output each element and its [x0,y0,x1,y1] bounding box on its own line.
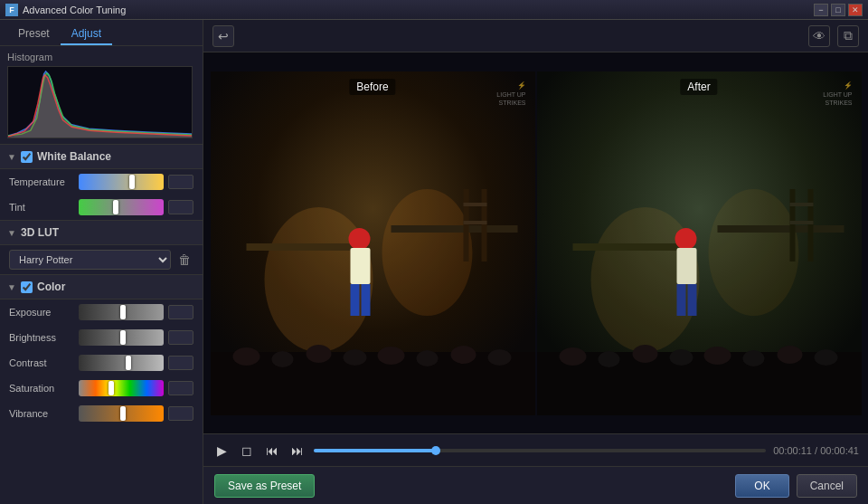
lut-header[interactable]: ▼ 3D LUT [0,220,203,245]
undo-button[interactable]: ↩ [212,25,234,47]
temperature-row: Temperature 54 [0,169,203,195]
timeline-fill [314,449,436,452]
close-button[interactable]: ✕ [848,4,863,16]
vibrance-slider[interactable] [79,405,164,422]
tint-slider[interactable] [79,199,164,215]
saturation-slider[interactable] [79,380,164,396]
white-balance-checkbox[interactable] [21,151,33,163]
saturation-value[interactable]: -15 [168,381,193,395]
chevron-down-icon: ▼ [7,152,16,161]
tint-row: Tint -19 [0,195,203,220]
svg-rect-39 [537,352,862,415]
timeline-track[interactable] [314,449,766,452]
color-header[interactable]: ▼ Color [0,274,203,300]
preview-images: Before [211,71,862,415]
histogram-section: Histogram [0,46,203,144]
before-label: Before [349,79,395,95]
lut-select[interactable]: Harry PotterNoneCinematicWarmCool [9,250,171,270]
svg-point-18 [232,347,259,366]
color-checkbox[interactable] [21,281,33,293]
save-preset-button[interactable]: Save as Preset [214,474,315,498]
white-balance-header[interactable]: ▼ White Balance [0,144,203,169]
right-panel: ↩ 👁 ⧉ Before [203,20,868,504]
svg-rect-34 [789,221,813,224]
svg-point-19 [271,351,293,367]
svg-point-24 [450,346,476,364]
histogram-label: Histogram [7,52,195,62]
next-button[interactable]: ⏭ [288,442,307,460]
tint-value[interactable]: -19 [168,200,193,214]
svg-point-47 [814,349,837,366]
window-controls: − □ ✕ [814,4,863,16]
temperature-slider[interactable] [79,174,164,190]
exposure-value[interactable]: 0 [168,305,193,319]
saturation-thumb[interactable] [108,381,114,395]
exposure-thumb[interactable] [120,305,126,319]
svg-rect-8 [391,225,517,233]
color-title: Color [37,281,65,293]
svg-rect-10 [481,189,486,262]
temperature-thumb[interactable] [129,175,135,189]
time-display: 00:00:11 / 00:00:41 [773,445,859,456]
bottom-bar: Save as Preset OK Cancel [203,466,868,504]
stop-button[interactable]: ◻ [238,442,256,460]
after-label: After [680,79,717,95]
histogram-canvas [7,66,193,138]
play-button[interactable]: ▶ [212,442,231,460]
left-panel: Preset Adjust Histogram [0,20,203,504]
brightness-row: Brightness 0 [0,325,203,350]
svg-rect-29 [572,243,681,251]
svg-point-21 [343,349,366,366]
tab-adjust[interactable]: Adjust [61,24,112,45]
svg-rect-30 [717,225,844,233]
svg-rect-14 [350,248,370,284]
tab-preset[interactable]: Preset [7,24,61,45]
maximize-button[interactable]: □ [831,4,845,16]
svg-point-25 [487,349,511,366]
main-layout: Preset Adjust Histogram [0,20,868,504]
prev-button[interactable]: ⏮ [263,442,281,460]
contrast-value[interactable]: 10 [168,356,193,370]
eye-button[interactable]: 👁 [808,25,830,47]
compare-button[interactable]: ⧉ [837,25,859,47]
temperature-value[interactable]: 54 [168,175,193,189]
chevron-down-icon-color: ▼ [7,282,16,291]
vibrance-value[interactable]: 0 [168,406,193,421]
vibrance-label: Vibrance [9,408,74,419]
lut-row: Harry PotterNoneCinematicWarmCool 🗑 [0,245,203,274]
ok-button[interactable]: OK [735,474,788,498]
svg-rect-15 [350,284,359,316]
svg-rect-12 [463,221,486,224]
svg-rect-16 [361,284,370,316]
brightness-value[interactable]: 0 [168,330,193,345]
brightness-label: Brightness [9,332,74,343]
svg-point-6 [382,189,472,316]
title-bar: F Advanced Color Tuning − □ ✕ [0,0,868,20]
svg-point-22 [377,347,404,365]
svg-rect-33 [789,203,813,206]
toolbar: ↩ 👁 ⧉ [203,20,868,52]
svg-point-45 [742,350,764,366]
cancel-button[interactable]: Cancel [797,474,857,498]
svg-point-28 [708,189,798,316]
exposure-row: Exposure 0 [0,300,203,325]
contrast-thumb[interactable] [126,356,131,370]
saturation-row: Saturation -15 [0,376,203,401]
app-icon: F [5,4,18,16]
minimize-button[interactable]: − [814,4,828,16]
exposure-label: Exposure [9,307,74,318]
preview-area: Before [203,52,868,433]
timeline-thumb[interactable] [431,446,440,455]
contrast-slider[interactable] [79,355,164,371]
vibrance-thumb[interactable] [120,406,126,421]
brightness-thumb[interactable] [120,330,126,345]
brightness-slider[interactable] [79,329,164,346]
window-title: Advanced Color Tuning [23,5,814,15]
svg-point-46 [777,346,802,364]
contrast-row: Contrast 10 [0,350,203,376]
lut-delete-button[interactable]: 🗑 [175,251,193,269]
tint-thumb[interactable] [113,200,118,214]
exposure-slider[interactable] [79,304,164,320]
after-watermark: ⚡ LIGHT UP STRIKES [823,81,852,109]
svg-point-20 [306,345,331,363]
